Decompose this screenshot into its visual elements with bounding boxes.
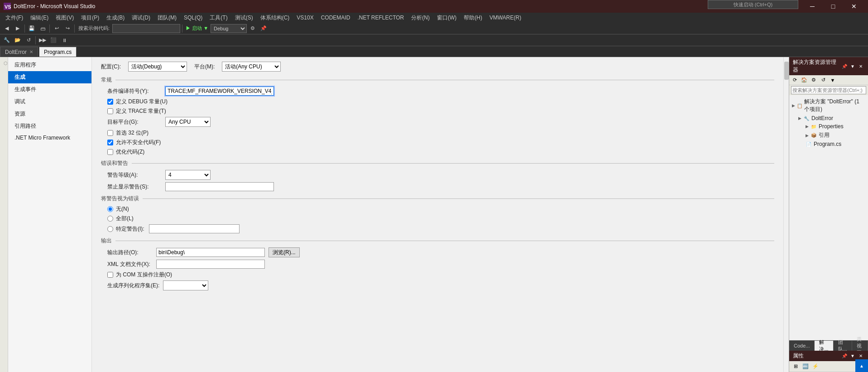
- target-platform-dropdown[interactable]: Any CPU: [165, 117, 211, 127]
- tree-programcs[interactable]: 📄 Program.cs: [789, 140, 868, 148]
- menu-analyze[interactable]: 分析(N): [408, 13, 433, 23]
- tab-team[interactable]: 团队...: [834, 341, 852, 351]
- props-events[interactable]: ⚡: [811, 362, 820, 371]
- sidebar-item-debug[interactable]: 调试: [8, 96, 91, 108]
- toolbar-extra2[interactable]: 📌: [259, 24, 269, 34]
- close-button[interactable]: ✕: [844, 0, 864, 13]
- optimize-checkbox[interactable]: [107, 149, 113, 155]
- toolbar2-btn6[interactable]: ⏸: [59, 35, 69, 45]
- debug-config-dropdown[interactable]: Debug Release: [211, 24, 247, 33]
- search-quicklaunch[interactable]: 快速启动 (Ctrl+Q): [708, 0, 798, 9]
- props-pin[interactable]: 📌: [841, 353, 848, 360]
- menu-vmware[interactable]: VMWARE(R): [486, 13, 525, 23]
- bottom-right-badge[interactable]: ▲: [855, 359, 868, 372]
- menu-test[interactable]: 测试(S): [231, 13, 257, 23]
- toolbar2-btn4[interactable]: ▶▶: [38, 35, 48, 45]
- content-scrollbar[interactable]: [783, 57, 789, 372]
- solution-search-input[interactable]: [791, 86, 866, 94]
- solution-explorer-controls: 📌 ▼ ✕: [841, 63, 864, 70]
- allow-unsafe-checkbox[interactable]: [107, 140, 113, 145]
- menu-edit[interactable]: 编辑(E): [27, 13, 52, 23]
- solution-explorer-close[interactable]: ✕: [857, 63, 864, 70]
- scrollbar-thumb[interactable]: [784, 62, 789, 80]
- sidebar-item-netmicro[interactable]: .NET Micro Framework: [8, 132, 91, 143]
- menu-view[interactable]: 视图(V): [52, 13, 77, 23]
- sidebar-item-build[interactable]: 生成: [8, 71, 91, 83]
- define-debug-checkbox[interactable]: [107, 99, 113, 105]
- toolbar-extra1[interactable]: ⚙: [248, 24, 258, 34]
- sidebar-item-application[interactable]: 应用程序: [8, 59, 91, 71]
- tab-code[interactable]: Code...: [789, 341, 815, 351]
- se-refresh-btn[interactable]: ↺: [819, 76, 828, 84]
- se-filter-btn[interactable]: ▼: [828, 76, 837, 84]
- warning-level-dropdown[interactable]: 4 0 1 2 3: [165, 170, 211, 180]
- menu-sql[interactable]: SQL(Q): [180, 13, 206, 23]
- tab-dolterror[interactable]: DoltError ✕: [0, 47, 38, 57]
- tree-references[interactable]: ▶ 📦 引用: [789, 130, 868, 140]
- search-code-input[interactable]: [112, 24, 180, 33]
- menu-reflector[interactable]: .NET REFLECTOR: [354, 13, 408, 23]
- tree-solution[interactable]: ▶ 📋 解决方案 "DoltError" (1 个项目): [789, 97, 868, 114]
- properties-panel-controls: 📌 ▼ ✕: [841, 353, 864, 360]
- menu-tools[interactable]: 工具(T): [206, 13, 231, 23]
- toolbar2-btn2[interactable]: 📂: [13, 35, 23, 45]
- tree-properties[interactable]: ▶ 📁 Properties: [789, 122, 868, 130]
- specific-warnings-input[interactable]: [149, 224, 240, 233]
- output-path-input[interactable]: [156, 248, 265, 257]
- toolbar-forward[interactable]: ▶: [13, 24, 23, 34]
- tree-project[interactable]: ▶ 🔧 DoltError: [789, 114, 868, 122]
- start-debug-button[interactable]: ▶ 启动 ▼: [184, 24, 210, 34]
- specific-warnings-radio[interactable]: [107, 226, 113, 232]
- toolbar-redo[interactable]: ↪: [62, 24, 72, 34]
- menu-architecture[interactable]: 体系结构(C): [257, 13, 293, 23]
- tab-programcs[interactable]: Program.cs: [39, 47, 77, 57]
- config-dropdown[interactable]: 活动(Debug): [128, 62, 187, 72]
- menu-vs10x[interactable]: VS10X: [293, 13, 317, 23]
- toolbar-save[interactable]: 💾: [27, 24, 37, 34]
- menu-project[interactable]: 项目(P): [77, 13, 103, 23]
- suppress-warnings-input[interactable]: [165, 182, 274, 191]
- toolbar2-btn3[interactable]: ↺: [24, 35, 34, 45]
- browse-button[interactable]: 浏览(R)...: [269, 247, 300, 257]
- menu-window[interactable]: 窗口(W): [433, 13, 460, 23]
- solution-explorer-pin[interactable]: 📌: [841, 63, 848, 70]
- xml-doc-input[interactable]: [156, 260, 265, 269]
- solution-explorer-dropdown[interactable]: ▼: [849, 63, 856, 70]
- tab-dolterror-close[interactable]: ✕: [29, 49, 33, 54]
- se-sync-btn[interactable]: ⟳: [790, 76, 799, 84]
- tab-classview[interactable]: 类视图: [852, 341, 868, 351]
- sidebar-item-buildevents[interactable]: 生成事件: [8, 83, 91, 96]
- solution-tree: ▶ 📋 解决方案 "DoltError" (1 个项目) ▶ 🔧 DoltErr…: [789, 95, 868, 150]
- toolbar2-btn1[interactable]: 🔧: [2, 35, 12, 45]
- se-settings-btn[interactable]: ⚙: [809, 76, 818, 84]
- all-warnings-radio[interactable]: [107, 216, 113, 222]
- tab-solution[interactable]: 解决...: [815, 341, 833, 351]
- toolbar-save-all[interactable]: 🗃: [38, 24, 48, 34]
- toolbar-back[interactable]: ◀: [2, 24, 12, 34]
- no-warnings-radio[interactable]: [107, 206, 113, 212]
- serialization-dropdown[interactable]: [163, 280, 208, 290]
- maximize-button[interactable]: □: [823, 0, 844, 13]
- toolbar2-btn5[interactable]: ⬛: [48, 35, 58, 45]
- toolbar-undo[interactable]: ↩: [52, 24, 62, 34]
- props-sort-cat[interactable]: ⊞: [791, 362, 800, 371]
- menu-build[interactable]: 生成(B): [103, 13, 128, 23]
- prefer32-checkbox[interactable]: [107, 130, 113, 136]
- cond-symbol-input[interactable]: [165, 87, 274, 96]
- platform-dropdown[interactable]: 活动(Any CPU): [222, 62, 281, 72]
- minimize-button[interactable]: ─: [802, 0, 823, 13]
- props-dropdown[interactable]: ▼: [849, 353, 856, 360]
- sidebar-item-resources[interactable]: 资源: [8, 108, 91, 120]
- menu-codemaid[interactable]: CODEMAID: [317, 13, 354, 23]
- define-trace-checkbox[interactable]: [107, 108, 113, 114]
- menu-file[interactable]: 文件(F): [2, 13, 27, 23]
- props-close[interactable]: ✕: [857, 353, 864, 360]
- se-home-btn[interactable]: 🏠: [800, 76, 809, 84]
- sidebar-item-refpaths[interactable]: 引用路径: [8, 120, 91, 132]
- menu-team[interactable]: 团队(M): [154, 13, 180, 23]
- left-strip-label[interactable]: ⬡: [0, 57, 8, 66]
- menu-help[interactable]: 帮助(H): [460, 13, 486, 23]
- menu-debug[interactable]: 调试(D): [128, 13, 154, 23]
- com-interop-checkbox[interactable]: [107, 272, 113, 278]
- props-sort-az[interactable]: 🔤: [801, 362, 810, 371]
